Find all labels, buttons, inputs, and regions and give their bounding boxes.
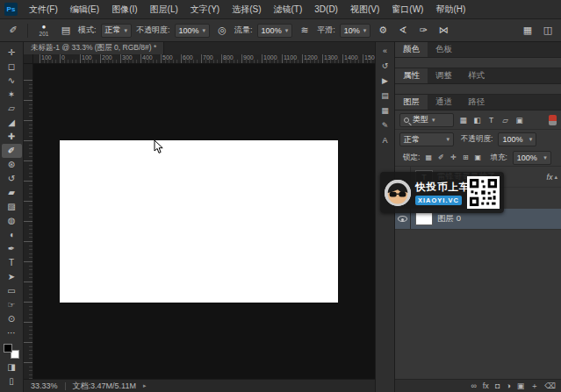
tool-history-brush[interactable]: ↺ [2, 172, 22, 186]
paint-symmetry-icon[interactable]: ⋈ [435, 23, 451, 39]
new-layer[interactable]: ＋ [530, 382, 538, 390]
airbrush-icon[interactable]: ≋ [297, 23, 313, 39]
opacity-select[interactable]: 100% [175, 24, 211, 38]
panel-tab-paths[interactable]: 路径 [460, 95, 493, 110]
document-tab[interactable]: 未标题-1 @ 33.3% (图层 0, RGB/8#) * [24, 42, 164, 54]
panel-tab-color[interactable]: 颜色 [395, 42, 428, 57]
layer0-thumbnail[interactable] [415, 212, 433, 225]
tool-eraser[interactable]: ▰ [2, 186, 22, 200]
filter-shape[interactable]: ▱ [500, 114, 511, 126]
tool-crop[interactable]: ▱ [2, 102, 22, 116]
menu-item[interactable]: 选择(S) [226, 0, 267, 18]
layer-fill-select[interactable]: 100% [513, 151, 551, 165]
tool-spot-healing[interactable]: ✚ [2, 130, 22, 144]
vertical-ruler[interactable] [24, 64, 33, 379]
layer-blend-mode-select[interactable]: 正常 [399, 132, 454, 146]
toggle-brush-panel-icon[interactable]: ▤ [58, 23, 74, 39]
adjustment-layer[interactable]: ◑ [506, 382, 510, 390]
filter-type[interactable]: T [485, 114, 497, 126]
horizontal-ruler[interactable]: 1000100200300400500600700800900100011001… [33, 54, 375, 64]
effects-collapse-icon[interactable]: ▴ [554, 174, 561, 181]
brush-tool-preset-icon[interactable]: ✐ [5, 23, 21, 39]
panel-tab-swatches[interactable]: 色板 [428, 42, 460, 57]
menu-item[interactable]: 图像(I) [105, 0, 143, 18]
tool-brush[interactable]: ✐ [2, 144, 22, 158]
tool-edit-toolbar[interactable]: ⋯ [2, 326, 22, 340]
panel-tab-channels[interactable]: 通道 [428, 95, 460, 110]
tool-dodge[interactable]: ◖ [2, 228, 22, 242]
tool-marquee[interactable]: ◻ [2, 60, 22, 74]
lock-all[interactable]: ▣ [472, 152, 483, 163]
flow-select[interactable]: 100% [257, 24, 293, 38]
tool-quick-selection[interactable]: ✶ [2, 88, 22, 102]
tool-gradient[interactable]: ▨ [2, 200, 22, 214]
brush-angle-icon[interactable]: ∢ [395, 23, 411, 39]
layer-name[interactable]: 图层 0 [437, 213, 461, 225]
link-layers[interactable]: ∞ [471, 382, 476, 390]
dock-icon-actions[interactable]: ▶ [378, 75, 393, 87]
menu-item[interactable]: 3D(D) [308, 0, 344, 18]
smoothing-gear-icon[interactable]: ⚙ [375, 23, 391, 39]
dock-icon-history[interactable]: ↺ [378, 60, 393, 72]
pasteboard[interactable] [33, 64, 375, 379]
pressure-opacity-icon[interactable]: ◎ [214, 23, 230, 39]
lock-position[interactable]: ✛ [448, 152, 458, 163]
lock-pixels[interactable]: ✐ [435, 152, 446, 163]
panel-tab-layers[interactable]: 图层 [395, 95, 428, 110]
new-group[interactable]: ▣ [517, 382, 525, 390]
layer-effects-badge[interactable]: fx [546, 173, 554, 182]
menu-item[interactable]: 文件(F) [23, 0, 64, 18]
tool-blur[interactable]: ◍ [2, 214, 22, 228]
tool-pen[interactable]: ✒ [2, 242, 22, 256]
dock-icon-histogram[interactable]: ▦ [378, 104, 393, 117]
brush-preset-picker[interactable]: ● 201 [34, 24, 54, 38]
dock-icon-notes[interactable]: ✎ [378, 119, 393, 132]
tool-path-selection[interactable]: ➤ [2, 270, 22, 284]
color-swatches[interactable] [4, 344, 19, 359]
lock-transparency[interactable]: ▦ [423, 152, 434, 163]
menu-item[interactable]: 文字(Y) [184, 0, 226, 18]
dock-icon-character[interactable]: A [378, 134, 393, 146]
filter-pixel[interactable]: ▦ [457, 114, 469, 126]
zoom-level-field[interactable]: 33.33% [31, 381, 58, 390]
tool-type[interactable]: T [2, 256, 22, 270]
layer-style[interactable]: fx [483, 382, 489, 390]
smoothing-select[interactable]: 10% [340, 24, 371, 38]
tool-zoom[interactable]: ⊙ [2, 312, 22, 326]
lock-artboard[interactable]: ⊞ [460, 152, 471, 163]
menu-item[interactable]: 图层(L) [144, 0, 184, 18]
filter-adjustment[interactable]: ◧ [471, 114, 483, 126]
tool-screen-mode[interactable]: ▯ [2, 374, 22, 388]
layer-filter-type-select[interactable]: 类型 [399, 113, 454, 127]
tool-quick-mask[interactable]: ◨ [2, 360, 22, 374]
workspace-icon[interactable]: ▦ [520, 23, 536, 39]
dock-icon-info[interactable]: ▤ [378, 89, 393, 102]
status-popup-arrow-icon[interactable]: ▸ [143, 382, 147, 389]
dock-icon-expand-dock[interactable]: « [378, 45, 393, 57]
filter-smart-object[interactable]: ▣ [514, 114, 525, 126]
layer-filter-toggle[interactable] [549, 115, 557, 125]
foreground-color-swatch[interactable] [4, 344, 12, 353]
menu-item[interactable]: 窗口(W) [385, 0, 429, 18]
menu-item[interactable]: 帮助(H) [429, 0, 471, 18]
menu-item[interactable]: 滤镜(T) [268, 0, 309, 18]
panel-tab-styles[interactable]: 样式 [460, 68, 493, 83]
tool-clone-stamp[interactable]: ⊛ [2, 158, 22, 172]
tool-shape[interactable]: ▭ [2, 284, 22, 298]
ruler-origin-corner[interactable] [24, 54, 33, 64]
tool-hand[interactable]: ☞ [2, 298, 22, 312]
menu-item[interactable]: 视图(V) [344, 0, 385, 18]
tool-eyedropper[interactable]: ◢ [2, 116, 22, 130]
panel-tab-adjustments[interactable]: 调整 [428, 68, 460, 83]
layer-mask[interactable]: ◘ [495, 382, 500, 390]
panel-tab-properties[interactable]: 属性 [395, 68, 428, 83]
menu-item[interactable]: 编辑(E) [64, 0, 105, 18]
document-canvas[interactable] [60, 140, 338, 303]
delete-layer[interactable]: ⌫ [544, 382, 556, 390]
layer-opacity-select[interactable]: 100% [498, 132, 536, 146]
blend-mode-select[interactable]: 正常 [101, 24, 133, 38]
tool-move[interactable]: ✛ [2, 46, 22, 60]
pressure-size-icon[interactable]: ✑ [415, 23, 431, 39]
layer-list-empty-area[interactable] [395, 230, 561, 379]
tool-lasso[interactable]: ∿ [2, 74, 22, 88]
